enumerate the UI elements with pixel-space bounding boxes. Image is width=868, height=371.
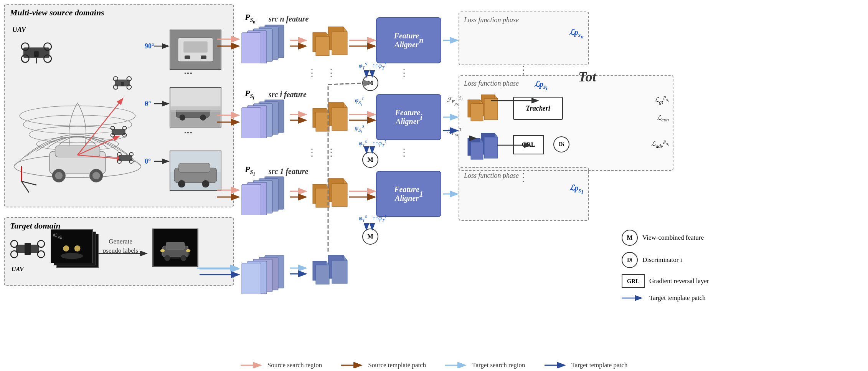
svg-line-11 <box>78 99 122 155</box>
svg-point-71 <box>61 253 83 259</box>
source-domains-panel: Multi-view source domains UAV <box>4 4 234 207</box>
phi-t-s-mid: φTs <box>359 138 367 149</box>
svg-rect-101 <box>242 263 261 294</box>
dots-flow-top1: ⋮ <box>307 67 317 79</box>
legend-src-search-arrow <box>241 362 264 368</box>
feat-extractor-1 <box>240 173 290 215</box>
circle-m-1: M <box>362 229 378 245</box>
svg-point-78 <box>164 255 170 261</box>
loss-phase-i-title: Loss function phase <box>464 80 519 88</box>
svg-rect-122 <box>332 260 347 283</box>
loss-math-1: ℒps1 <box>569 183 584 195</box>
svg-rect-45 <box>183 41 208 53</box>
phi-si-t: φSit <box>355 95 363 106</box>
svg-rect-22 <box>121 82 124 86</box>
legend-tgt-search: Target search region <box>445 361 525 369</box>
legend-tgt-template-text: Target template patch <box>571 361 628 369</box>
uav-label-target: UAV <box>12 266 24 273</box>
svg-rect-59 <box>179 163 210 172</box>
blue-feat-target <box>307 253 349 288</box>
svg-rect-131 <box>471 104 483 121</box>
svg-rect-134 <box>484 137 498 158</box>
blue-feat-si <box>464 131 502 162</box>
angle-0: 0° <box>145 157 151 166</box>
legend-src-search: Source search region <box>241 361 322 369</box>
svg-rect-47 <box>201 55 206 59</box>
tracker-i-box: Tracker i <box>513 97 563 120</box>
generate-pseudo-label: Generatepseudo labels <box>103 237 138 255</box>
phi-t-t-mid: ↑↑φTt <box>372 138 386 149</box>
feature-aligner-1: FeatureAligner 1 <box>376 171 441 217</box>
grl-box-i: GRL <box>513 135 544 154</box>
circle-m-n: M <box>362 75 378 91</box>
feat-extractor-target <box>240 252 290 294</box>
svg-rect-110 <box>332 108 347 131</box>
dots-flow-mid3: ⋮ <box>399 147 409 159</box>
svg-rect-104 <box>332 32 347 55</box>
loss-phase-i-box: Loss function phase ℒpsi Tracker i GRL <box>459 75 673 171</box>
svg-rect-116 <box>332 184 347 207</box>
main-container: Multi-view source domains UAV <box>0 0 868 371</box>
svg-point-9 <box>55 172 63 179</box>
target-uav-icon <box>8 233 47 264</box>
dots-loss-top: ⋮ <box>518 63 529 76</box>
dots-source-mid: ⋮ <box>183 129 193 136</box>
target-domain-panel: Target domain UAV <box>4 217 234 286</box>
dome-illustration <box>7 22 149 199</box>
svg-point-60 <box>178 180 185 187</box>
target-image <box>152 229 198 267</box>
svg-text:#3: #3 <box>53 233 58 238</box>
dots-flow-top2: ⋮ <box>326 67 336 79</box>
svg-rect-119 <box>316 188 329 207</box>
svg-rect-137 <box>471 142 483 159</box>
legend-grl-icon: GRL <box>622 274 645 288</box>
svg-rect-38 <box>34 51 39 57</box>
loss-math-i: ℒpsi <box>534 80 547 92</box>
loss-phase-n-box: Loss function phase ℒpsn <box>459 12 589 65</box>
svg-rect-125 <box>316 265 329 284</box>
dots-flow-mid1: ⋮ <box>307 147 317 159</box>
svg-rect-86 <box>242 33 261 63</box>
legend-tgt-template-arrow <box>545 362 568 368</box>
svg-point-66 <box>38 251 45 258</box>
legend-src-template: Source template patch <box>341 361 426 369</box>
bottom-legend: Source search region Source template pat… <box>0 361 868 369</box>
orange-feat-si <box>464 93 502 124</box>
svg-rect-91 <box>242 108 261 138</box>
loss-math-n: ℒpsn <box>569 28 584 40</box>
thumb-bot <box>170 151 221 191</box>
svg-point-69 <box>63 245 69 252</box>
phi-t-s-top: φTs <box>359 61 367 71</box>
legend-di-icon: Di <box>622 252 638 268</box>
legend-grl-row: GRL Gradient reversal layer <box>622 274 767 288</box>
loss-con: ℒcon <box>657 114 669 123</box>
dots-flow-top3: ⋮ <box>399 67 409 79</box>
loss-adv: ℒadvPsi <box>651 139 669 149</box>
dots-loss-bot: ⋮ <box>518 171 529 184</box>
svg-point-52 <box>180 114 185 120</box>
svg-text:#k: #k <box>58 235 63 240</box>
svg-point-79 <box>180 255 186 261</box>
loss-gt: ℒgtPsi <box>655 95 669 105</box>
legend-symbols-panel: M View-combined feature Di Discriminator… <box>622 230 767 302</box>
legend-tgt-template: Target template patch <box>545 361 628 369</box>
legend-src-template-text: Source template patch <box>368 361 426 369</box>
dots-source-top: ⋮ <box>183 69 193 76</box>
legend-m-icon: M <box>622 230 638 246</box>
circle-di: Di <box>553 136 569 152</box>
tot-label: Tot <box>578 69 596 85</box>
svg-point-81 <box>186 249 191 252</box>
svg-rect-107 <box>316 36 329 56</box>
svg-rect-67 <box>25 243 31 255</box>
phi-t-t-bot: ↑↑φTt <box>372 213 386 224</box>
svg-point-10 <box>92 172 100 179</box>
legend-target-patch-text: Target template patch <box>649 294 706 302</box>
legend-grl-text: Gradient reversal layer <box>649 277 709 285</box>
feature-aligner-n: FeatureAligner n <box>376 17 441 63</box>
phi-si-s: φSis <box>355 123 364 134</box>
feature-aligner-i: FeatureAligner i <box>376 94 441 140</box>
legend-target-patch-arrow <box>622 294 645 302</box>
svg-point-64 <box>38 240 45 247</box>
orange-feat-n <box>307 25 349 60</box>
legend-di-row: Di Discriminator i <box>622 252 767 268</box>
